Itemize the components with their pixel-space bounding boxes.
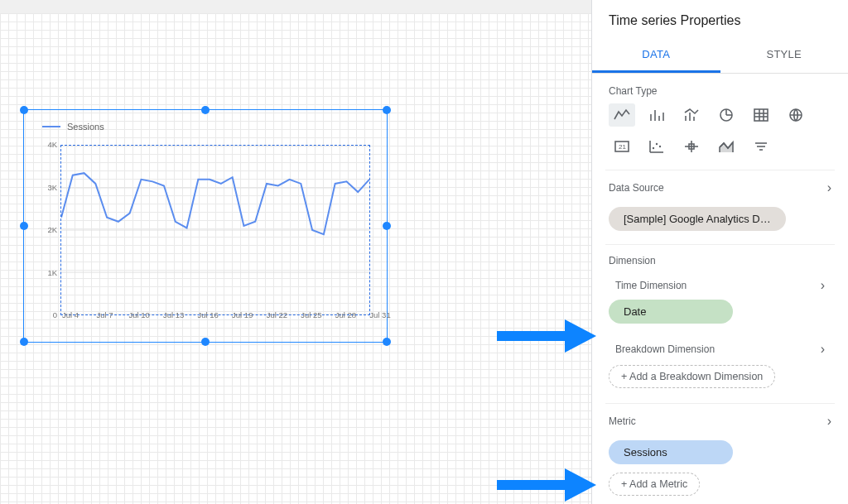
chart-type-combo-icon[interactable] [678, 103, 705, 127]
resize-handle[interactable] [383, 106, 391, 114]
x-axis-tick: Jul 10 [128, 310, 149, 319]
chevron-right-icon[interactable]: › [827, 414, 831, 429]
tab-data[interactable]: DATA [592, 38, 720, 73]
x-axis-tick: Jul 7 [97, 310, 113, 319]
svg-point-31 [659, 146, 661, 147]
y-axis-tick: 4K [42, 140, 57, 149]
plot-area [60, 145, 370, 315]
chart-type-bullet-icon[interactable] [678, 135, 705, 158]
svg-rect-7 [497, 480, 565, 490]
chart-type-label: Chart Type [609, 85, 831, 97]
chart-type-area-icon[interactable] [713, 135, 740, 158]
data-source-pill[interactable]: [Sample] Google Analytics D… [609, 207, 786, 231]
x-axis-tick: Jul 13 [163, 310, 184, 319]
chart-type-filter-icon[interactable] [748, 135, 774, 158]
tab-style[interactable]: STYLE [720, 38, 849, 73]
chart-type-scatter-icon[interactable] [643, 135, 670, 158]
y-axis-tick: 2K [42, 225, 57, 234]
svg-point-29 [653, 147, 654, 149]
resize-handle[interactable] [20, 338, 28, 346]
design-canvas[interactable]: Sessions 01K2K3K4K Jul 4Jul 7Jul 10Jul 1… [0, 0, 591, 504]
svg-text:21: 21 [619, 143, 626, 151]
time-series-chart[interactable]: Sessions 01K2K3K4K Jul 4Jul 7Jul 10Jul 1… [23, 109, 388, 343]
x-axis-tick: Jul 25 [301, 310, 321, 319]
svg-point-30 [656, 143, 658, 145]
page-surface[interactable]: Sessions 01K2K3K4K Jul 4Jul 7Jul 10Jul 1… [0, 13, 591, 504]
chart-type-scorecard-icon[interactable]: 21 [609, 135, 635, 158]
chart-type-line-icon[interactable] [609, 103, 635, 127]
x-axis-tick: Jul 31 [369, 310, 390, 319]
chart-type-geo-icon[interactable] [783, 103, 809, 127]
x-axis-tick: Jul 16 [198, 310, 219, 319]
chevron-right-icon[interactable]: › [821, 342, 825, 357]
svg-rect-19 [754, 109, 768, 121]
resize-handle[interactable] [201, 338, 210, 346]
breakdown-dimension-label: Breakdown Dimension [615, 343, 715, 355]
chart-content: Sessions 01K2K3K4K Jul 4Jul 7Jul 10Jul 1… [32, 118, 378, 334]
chart-type-bar-icon[interactable] [643, 103, 670, 127]
data-source-label: Data Source [609, 182, 664, 194]
panel-tabs: DATA STYLE [592, 38, 848, 74]
chart-type-table-icon[interactable] [748, 103, 774, 127]
x-axis-tick: Jul 28 [335, 310, 356, 319]
plot-wrap: 01K2K3K4K Jul 4Jul 7Jul 10Jul 13Jul 16Ju… [42, 145, 373, 315]
legend-swatch-icon [42, 126, 60, 127]
resize-handle[interactable] [383, 222, 391, 230]
resize-handle[interactable] [201, 106, 210, 114]
add-breakdown-dimension-button[interactable]: + Add a Breakdown Dimension [609, 365, 775, 388]
y-axis-tick: 1K [42, 267, 57, 276]
time-dimension-label: Time Dimension [615, 280, 687, 291]
chevron-right-icon[interactable]: › [827, 180, 831, 195]
chevron-right-icon[interactable]: › [821, 278, 825, 293]
x-axis-tick: Jul 4 [62, 310, 79, 319]
metric-pill[interactable]: Sessions [609, 440, 733, 464]
add-metric-button[interactable]: + Add a Metric [609, 473, 700, 496]
y-axis-tick: 3K [42, 182, 57, 191]
metric-label: Metric [609, 415, 636, 427]
svg-marker-6 [565, 319, 596, 353]
resize-handle[interactable] [383, 338, 391, 346]
chart-type-pie-icon[interactable] [713, 103, 740, 127]
time-dimension-pill[interactable]: Date [609, 300, 733, 324]
resize-handle[interactable] [20, 106, 28, 114]
legend-label: Sessions [67, 122, 104, 132]
properties-panel: Time series Properties DATA STYLE Chart … [591, 0, 848, 504]
chart-legend: Sessions [42, 122, 378, 132]
x-axis-tick: Jul 22 [267, 310, 287, 319]
y-axis-tick: 0 [42, 310, 57, 319]
svg-rect-5 [497, 331, 565, 341]
x-axis-tick: Jul 19 [232, 310, 253, 319]
svg-marker-8 [565, 468, 596, 502]
chart-type-grid: 21 [605, 103, 835, 170]
panel-title: Time series Properties [592, 0, 848, 38]
dimension-label: Dimension [609, 255, 656, 266]
resize-handle[interactable] [20, 222, 28, 230]
